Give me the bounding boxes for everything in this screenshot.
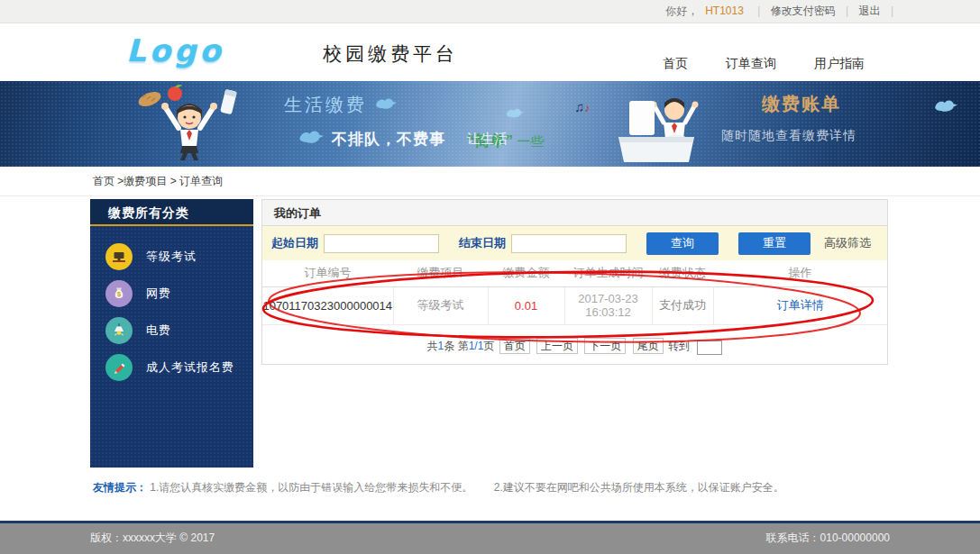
man-at-desk-illustration bbox=[602, 86, 715, 166]
banner-right-title: 缴费账单 bbox=[762, 92, 841, 116]
main-nav: 首页 订单查询 用户指南 bbox=[663, 56, 865, 72]
sidebar-item-label: 等级考试 bbox=[146, 249, 197, 265]
topbar-divider: | bbox=[757, 5, 760, 17]
greeting-text: 你好，HT1013 bbox=[662, 5, 747, 17]
first-page-button[interactable]: 首页 bbox=[499, 338, 530, 354]
bird-icon bbox=[933, 97, 958, 114]
sidebar-item-adult-exam-fee[interactable]: 成人考试报名费 bbox=[90, 349, 253, 386]
bird-icon bbox=[505, 106, 525, 120]
order-row: 10701170323000000014 等级考试 0.01 2017-03-2… bbox=[262, 286, 887, 324]
sidebar-item-level-exam[interactable]: 等级考试 bbox=[90, 238, 253, 275]
nav-home[interactable]: 首页 bbox=[663, 56, 688, 72]
orders-panel-title: 我的订单 bbox=[262, 200, 887, 226]
sidebar-item-electricity-fee[interactable]: 电费 bbox=[90, 312, 253, 349]
logout-link[interactable]: 退出 bbox=[859, 5, 881, 17]
contact-phone: 联系电话：010-00000000 bbox=[766, 523, 890, 553]
topbar-divider: | bbox=[891, 5, 893, 17]
advanced-filter-link[interactable]: 高级筛选 bbox=[824, 235, 871, 251]
col-item: 缴费项目 bbox=[393, 260, 488, 286]
goto-label: 转到 bbox=[668, 340, 690, 352]
order-time-cell: 2017-03-23 16:03:12 bbox=[564, 286, 652, 324]
pagination: 共1条 第1/1页 首页 上一页 下一页 尾页 转到 bbox=[262, 338, 887, 356]
goto-page-input[interactable] bbox=[697, 341, 722, 355]
reset-button[interactable]: 重置 bbox=[738, 232, 811, 255]
start-date-label: 起始日期 bbox=[271, 235, 318, 251]
exam-desk-icon bbox=[105, 243, 133, 270]
col-amount: 缴费金额 bbox=[488, 260, 564, 286]
col-status: 缴费状态 bbox=[652, 260, 713, 286]
site-title: 校园缴费平台 bbox=[323, 41, 458, 67]
next-page-button[interactable]: 下一页 bbox=[584, 338, 626, 354]
page-indicator: 1/1 bbox=[469, 340, 484, 352]
promo-banner: 生活缴费 不排队，不费事 让生活 “简单” 一些 ♫♪ bbox=[0, 81, 980, 167]
last-page-button[interactable]: 尾页 bbox=[633, 338, 664, 354]
order-status-cell: 支付成功 bbox=[652, 286, 713, 324]
banner-right-subtitle: 随时随地查看缴费详情 bbox=[721, 128, 856, 144]
friendly-tips: 友情提示： 1.请您认真核实缴费金额，以防由于错误输入给您带来损失和不便。 2.… bbox=[93, 480, 980, 495]
orders-table: 订单编号 缴费项目 缴费金额 订单生成时间 缴费状态 操作 1070117032… bbox=[262, 260, 887, 325]
sidebar-item-label: 成人考试报名费 bbox=[146, 359, 234, 376]
site-header: Logo 校园缴费平台 首页 订单查询 用户指南 bbox=[0, 23, 980, 81]
change-payment-password-link[interactable]: 修改支付密码 bbox=[771, 5, 836, 17]
copyright-text: 版权：xxxxxx大学 © 2017 bbox=[90, 523, 215, 553]
nav-order-query[interactable]: 订单查询 bbox=[726, 56, 776, 72]
site-logo[interactable]: Logo bbox=[126, 32, 224, 68]
lamp-icon bbox=[105, 317, 133, 344]
order-amount-cell: 0.01 bbox=[488, 286, 564, 324]
prev-page-button[interactable]: 上一页 bbox=[536, 338, 578, 354]
banner-slogan-main: 生活缴费 bbox=[284, 93, 367, 117]
username: HT1013 bbox=[705, 5, 744, 17]
breadcrumb: 首页 >缴费项目 > 订单查询 bbox=[0, 167, 980, 196]
order-item-cell: 等级考试 bbox=[393, 286, 488, 324]
sidebar-item-label: 网费 bbox=[146, 286, 171, 302]
sidebar-item-internet-fee[interactable]: $ 网费 bbox=[90, 275, 253, 312]
order-filter-bar: 起始日期 结束日期 查询 重置 高级筛选 bbox=[262, 226, 887, 260]
order-action-cell: 订单详情 bbox=[713, 286, 887, 324]
page-footer: 版权：xxxxxx大学 © 2017 联系电话：010-00000000 bbox=[0, 521, 980, 554]
music-notes-icon: ♫♪ bbox=[574, 99, 590, 114]
search-button[interactable]: 查询 bbox=[646, 232, 719, 255]
sidebar-item-label: 电费 bbox=[146, 322, 171, 339]
bird-icon bbox=[374, 95, 398, 112]
boy-with-food-illustration bbox=[135, 85, 245, 164]
start-date-input[interactable] bbox=[324, 234, 439, 253]
category-sidebar: 缴费所有分类 等级考试 bbox=[90, 199, 253, 468]
end-date-label: 结束日期 bbox=[459, 235, 506, 251]
money-bag-icon: $ bbox=[105, 280, 133, 307]
tip-1: 1.请您认真核实缴费金额，以防由于错误输入给您带来损失和不便。 bbox=[150, 481, 472, 494]
orders-panel: 我的订单 起始日期 结束日期 查询 重置 高级筛选 订单编号 缴费项目 bbox=[261, 199, 888, 365]
content-area: 缴费所有分类 等级考试 bbox=[90, 199, 888, 468]
topbar: 你好，HT1013 | 修改支付密码 | 退出 | bbox=[0, 0, 980, 23]
bird-icon bbox=[298, 128, 325, 146]
col-created-time: 订单生成时间 bbox=[564, 260, 652, 286]
pencil-icon bbox=[105, 354, 133, 381]
order-detail-link[interactable]: 订单详情 bbox=[777, 298, 824, 312]
col-order-no: 订单编号 bbox=[262, 260, 393, 286]
orders-table-header-row: 订单编号 缴费项目 缴费金额 订单生成时间 缴费状态 操作 bbox=[262, 260, 887, 286]
topbar-divider: | bbox=[846, 5, 848, 17]
tips-label: 友情提示： bbox=[93, 481, 147, 494]
banner-slogan-tail: 让生活 “简单” 一些 bbox=[467, 131, 544, 151]
campus-payment-page: 你好，HT1013 | 修改支付密码 | 退出 | Logo 校园缴费平台 首页… bbox=[0, 0, 980, 554]
end-date-input[interactable] bbox=[511, 234, 627, 253]
sidebar-title: 缴费所有分类 bbox=[90, 199, 253, 226]
tip-2: 2.建议不要在网吧和公共场所使用本系统，以保证账户安全。 bbox=[494, 481, 784, 494]
banner-slogan-sub: 不排队，不费事 bbox=[332, 129, 445, 150]
col-action: 操作 bbox=[713, 260, 887, 286]
nav-user-guide[interactable]: 用户指南 bbox=[814, 56, 865, 72]
order-number-cell: 10701170323000000014 bbox=[262, 286, 393, 324]
